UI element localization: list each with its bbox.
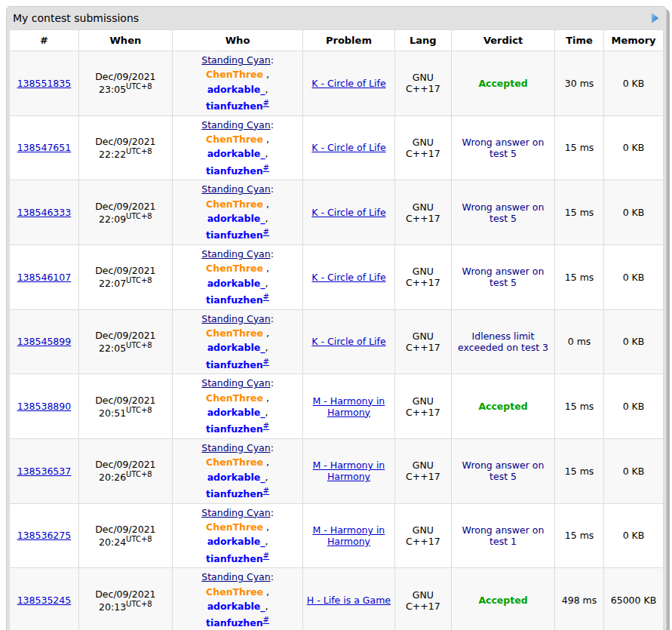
member-handle-link[interactable]: ChenThree bbox=[206, 69, 263, 80]
problem-link[interactable]: K - Circle of Life bbox=[311, 142, 385, 153]
team-link[interactable]: Standing Cyan bbox=[201, 507, 270, 518]
team-link[interactable]: Standing Cyan bbox=[201, 442, 270, 453]
member-handle-link[interactable]: ChenThree bbox=[206, 327, 263, 339]
member-handle-link[interactable]: ChenThree bbox=[206, 263, 263, 274]
memory-cell: 0 KB bbox=[604, 309, 664, 374]
submission-date: Dec/09/2021 bbox=[95, 395, 155, 406]
col-header-id: # bbox=[10, 30, 79, 51]
member-handle-link[interactable]: adorkable_ bbox=[207, 84, 265, 95]
submission-id-cell: 138545899 bbox=[10, 309, 79, 374]
member-handle-link[interactable]: tianfuzhen bbox=[206, 100, 262, 112]
who-cell: Standing Cyan: ChenThree , adorkable_, t… bbox=[172, 503, 302, 568]
verdict-cell: Accepted bbox=[452, 568, 555, 630]
submission-id-link[interactable]: 138538890 bbox=[17, 401, 72, 412]
team-link[interactable]: Standing Cyan bbox=[201, 183, 270, 195]
submission-row: 138536537 Dec/09/2021 20:26UTC+8 Standin… bbox=[10, 438, 664, 503]
member-handle-link[interactable]: tianfuzhen bbox=[206, 230, 262, 241]
submission-time: 22:09 bbox=[99, 214, 126, 225]
member-handle-link[interactable]: ChenThree bbox=[206, 456, 263, 468]
submission-id-link[interactable]: 138551835 bbox=[17, 78, 72, 89]
member-handle-link[interactable]: adorkable_ bbox=[207, 278, 265, 289]
team-link[interactable]: Standing Cyan bbox=[201, 119, 270, 131]
member-handle-link[interactable]: tianfuzhen bbox=[206, 488, 262, 499]
member-handle-link[interactable]: tianfuzhen bbox=[206, 618, 262, 629]
member-handle-link[interactable]: adorkable_ bbox=[207, 342, 265, 353]
problem-link[interactable]: K - Circle of Life bbox=[311, 336, 385, 347]
verdict-cell: Wrong answer on test 5 bbox=[452, 438, 555, 503]
problem-link[interactable]: M - Harmony in Harmony bbox=[313, 524, 385, 547]
submission-id-cell: 138546107 bbox=[10, 244, 79, 309]
verdict-cell: Accepted bbox=[452, 51, 555, 116]
team-members-hash-link[interactable]: # bbox=[263, 293, 269, 301]
team-link[interactable]: Standing Cyan bbox=[201, 571, 270, 582]
when-cell: Dec/09/2021 22:22UTC+8 bbox=[78, 115, 172, 180]
verdict-text: Wrong answer on test 5 bbox=[462, 459, 545, 482]
problem-link[interactable]: M - Harmony in Harmony bbox=[313, 395, 385, 418]
header-row: # When Who Problem Lang Verdict Time Mem… bbox=[10, 30, 664, 51]
submission-date: Dec/09/2021 bbox=[95, 136, 155, 147]
team-members-hash-link[interactable]: # bbox=[263, 164, 269, 172]
member-handle-link[interactable]: adorkable_ bbox=[207, 213, 265, 224]
problem-link[interactable]: H - Life is a Game bbox=[307, 595, 391, 606]
submission-date: Dec/09/2021 bbox=[95, 265, 155, 276]
team-members-hash-link[interactable]: # bbox=[263, 552, 269, 560]
team-members-hash-link[interactable]: # bbox=[263, 422, 269, 430]
team-members-hash-link[interactable]: # bbox=[263, 358, 269, 366]
verdict-cell: Accepted bbox=[452, 374, 555, 439]
col-header-memory: Memory bbox=[604, 30, 664, 51]
submission-id-link[interactable]: 138536537 bbox=[17, 466, 72, 477]
submission-id-link[interactable]: 138536275 bbox=[17, 530, 72, 541]
submission-id-link[interactable]: 138547651 bbox=[17, 142, 72, 153]
team-link[interactable]: Standing Cyan bbox=[201, 54, 270, 66]
submission-id-cell: 138551835 bbox=[10, 51, 79, 116]
submission-id-cell: 138536537 bbox=[10, 438, 79, 503]
verdict-text: Wrong answer on test 1 bbox=[462, 524, 545, 547]
verdict-text: Accepted bbox=[478, 401, 527, 412]
submission-id-cell: 138547651 bbox=[10, 115, 79, 180]
when-cell: Dec/09/2021 22:09UTC+8 bbox=[78, 180, 172, 245]
member-handle-link[interactable]: adorkable_ bbox=[207, 536, 265, 547]
lang-cell: GNU C++17 bbox=[394, 115, 451, 180]
member-handle-link[interactable]: ChenThree bbox=[206, 586, 263, 598]
timezone-label: UTC+8 bbox=[126, 212, 152, 220]
member-handle-link[interactable]: adorkable_ bbox=[207, 148, 265, 159]
team-link[interactable]: Standing Cyan bbox=[201, 377, 270, 389]
member-handle-link[interactable]: adorkable_ bbox=[207, 601, 265, 612]
problem-link[interactable]: K - Circle of Life bbox=[311, 272, 385, 283]
timezone-label: UTC+8 bbox=[126, 535, 152, 543]
submission-id-cell: 138535245 bbox=[10, 568, 79, 630]
member-handle-link[interactable]: adorkable_ bbox=[207, 407, 265, 418]
verdict-text: Accepted bbox=[478, 78, 527, 89]
member-handle-link[interactable]: tianfuzhen bbox=[206, 424, 262, 435]
member-handle-link[interactable]: tianfuzhen bbox=[206, 553, 262, 564]
team-members-hash-link[interactable]: # bbox=[263, 616, 269, 624]
col-header-who: Who bbox=[172, 30, 302, 51]
problem-link[interactable]: K - Circle of Life bbox=[311, 78, 385, 89]
when-cell: Dec/09/2021 20:51UTC+8 bbox=[78, 374, 172, 439]
team-link[interactable]: Standing Cyan bbox=[201, 313, 270, 324]
who-separator: , bbox=[263, 327, 269, 339]
team-link[interactable]: Standing Cyan bbox=[201, 248, 270, 260]
memory-cell: 0 KB bbox=[604, 115, 664, 180]
submission-row: 138545899 Dec/09/2021 22:05UTC+8 Standin… bbox=[10, 309, 664, 374]
member-handle-link[interactable]: ChenThree bbox=[206, 198, 263, 210]
problem-link[interactable]: K - Circle of Life bbox=[311, 207, 385, 218]
submission-id-link[interactable]: 138545899 bbox=[17, 336, 72, 347]
member-handle-link[interactable]: ChenThree bbox=[206, 392, 263, 404]
timezone-label: UTC+8 bbox=[126, 147, 152, 155]
member-handle-link[interactable]: adorkable_ bbox=[207, 472, 265, 483]
member-handle-link[interactable]: tianfuzhen bbox=[206, 165, 262, 177]
member-handle-link[interactable]: ChenThree bbox=[206, 521, 263, 533]
team-members-hash-link[interactable]: # bbox=[263, 99, 269, 107]
submission-id-link[interactable]: 138546333 bbox=[17, 207, 72, 218]
member-handle-link[interactable]: tianfuzhen bbox=[206, 359, 262, 370]
who-separator: : bbox=[271, 571, 274, 582]
member-handle-link[interactable]: tianfuzhen bbox=[206, 294, 262, 306]
team-members-hash-link[interactable]: # bbox=[263, 487, 269, 495]
collapse-right-arrow-icon[interactable] bbox=[651, 13, 659, 23]
member-handle-link[interactable]: ChenThree bbox=[206, 134, 263, 145]
team-members-hash-link[interactable]: # bbox=[263, 228, 269, 236]
submission-id-link[interactable]: 138546107 bbox=[17, 272, 72, 283]
submission-id-link[interactable]: 138535245 bbox=[17, 595, 72, 606]
problem-link[interactable]: M - Harmony in Harmony bbox=[313, 459, 385, 482]
